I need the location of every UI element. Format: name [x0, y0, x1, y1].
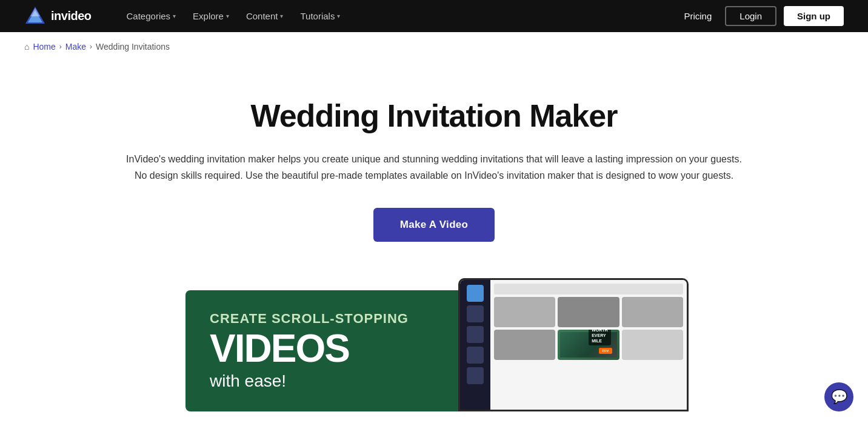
- breadcrumb-current: Wedding Invitations: [96, 42, 170, 52]
- screen-top-bar: [494, 284, 683, 295]
- worth-every-mile-text: WORTHEVERYMILE: [589, 330, 610, 345]
- preview-section: CREATE SCROLL-STOPPING VIDEOS with ease!: [0, 266, 868, 411]
- with-ease-text: with ease!: [210, 371, 452, 391]
- nav-categories[interactable]: Categories ▾: [121, 7, 182, 25]
- sidebar-item: [467, 347, 484, 364]
- screen-card-main: WORTHEVERYMILE TRY: [558, 330, 619, 360]
- screen-card: [494, 330, 555, 360]
- nav-explore[interactable]: Explore ▾: [187, 7, 235, 25]
- logo-text: invideo: [51, 9, 92, 23]
- nav-right: Pricing Login Sign up: [678, 6, 844, 26]
- breadcrumb-sep-1: ›: [59, 42, 62, 51]
- laptop-mockup: WORTHEVERYMILE TRY: [458, 278, 689, 411]
- pricing-link[interactable]: Pricing: [678, 7, 718, 25]
- make-video-button[interactable]: Make A Video: [373, 208, 495, 242]
- chevron-down-icon: ▾: [226, 13, 229, 19]
- sidebar-item: [467, 367, 484, 384]
- screen-sidebar: [460, 280, 490, 410]
- page-title: Wedding Invitation Maker: [12, 98, 856, 134]
- chevron-down-icon: ▾: [280, 13, 283, 19]
- screen-card: [558, 297, 619, 327]
- sidebar-item: [467, 285, 484, 302]
- preview-container: CREATE SCROLL-STOPPING VIDEOS with ease!: [185, 290, 683, 411]
- nav-tutorials[interactable]: Tutorials ▾: [294, 7, 346, 25]
- breadcrumb-sep-2: ›: [90, 42, 92, 51]
- signup-button[interactable]: Sign up: [784, 6, 844, 26]
- hero-description: InVideo's wedding invitation maker helps…: [101, 151, 767, 184]
- nav-content[interactable]: Content ▾: [240, 7, 290, 25]
- scroll-stopping-text: CREATE SCROLL-STOPPING: [210, 311, 452, 327]
- breadcrumb-home[interactable]: Home: [33, 42, 55, 52]
- screen-card: [622, 330, 683, 360]
- logo[interactable]: invideo: [24, 5, 92, 27]
- hero-section: Wedding Invitation Maker InVideo's weddi…: [0, 61, 868, 266]
- breadcrumb-make[interactable]: Make: [65, 42, 86, 52]
- chevron-down-icon: ▾: [173, 13, 176, 19]
- sidebar-item: [467, 305, 484, 322]
- logo-icon: [24, 5, 46, 27]
- chevron-down-icon: ▾: [337, 13, 340, 19]
- navbar: invideo Categories ▾ Explore ▾ Content ▾…: [0, 0, 868, 32]
- svg-marker-2: [30, 8, 40, 16]
- screen-inner: WORTHEVERYMILE TRY: [460, 280, 687, 410]
- screen-card: [622, 297, 683, 327]
- login-button[interactable]: Login: [725, 6, 776, 26]
- home-icon: ⌂: [24, 42, 29, 52]
- screen-grid: WORTHEVERYMILE TRY: [494, 297, 683, 360]
- laptop-screen: WORTHEVERYMILE TRY: [458, 278, 689, 411]
- nav-links: Categories ▾ Explore ▾ Content ▾ Tutoria…: [121, 7, 659, 25]
- chat-icon: 💬: [831, 389, 847, 405]
- green-panel: CREATE SCROLL-STOPPING VIDEOS with ease!: [185, 290, 476, 411]
- videos-text: VIDEOS: [210, 329, 452, 368]
- sidebar-item: [467, 326, 484, 343]
- try-now-btn: TRY: [599, 348, 612, 354]
- screen-content: WORTHEVERYMILE TRY: [490, 280, 687, 410]
- breadcrumb: ⌂ Home › Make › Wedding Invitations: [0, 32, 868, 61]
- screen-card: [494, 297, 555, 327]
- chat-widget[interactable]: 💬: [824, 382, 853, 411]
- laptop-base: [460, 410, 687, 411]
